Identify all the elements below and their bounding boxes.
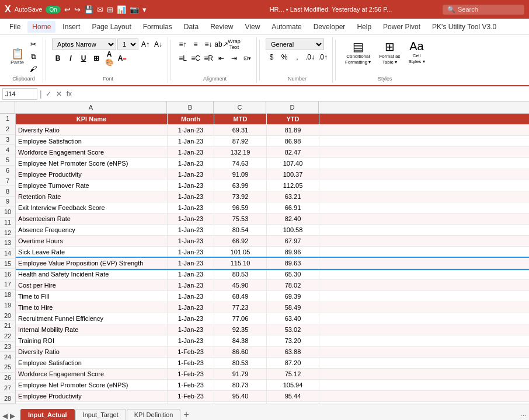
cell-17-d[interactable]: 69.39: [267, 291, 319, 302]
cell-3-d[interactable]: 86.98: [267, 136, 319, 146]
cell-22-d[interactable]: 63.88: [267, 346, 319, 357]
cell-16-b[interactable]: 1-Jan-23: [168, 280, 214, 290]
row-header-4[interactable]: 4: [0, 145, 15, 155]
table-row[interactable]: Employee Productivity1-Jan-2391.09100.37: [16, 169, 529, 180]
cell-17-b[interactable]: 1-Jan-23: [168, 291, 214, 302]
menu-formulas[interactable]: Formulas: [138, 21, 177, 33]
cell-5-a[interactable]: Employee Net Promoter Score (eNPS): [16, 158, 168, 169]
cell-14-a[interactable]: Employee Value Proposition (EVP) Strengt…: [16, 258, 168, 268]
cell-11-b[interactable]: 1-Jan-23: [168, 225, 214, 235]
cell-3-a[interactable]: Employee Satisfaction: [16, 136, 168, 146]
cell-6-d[interactable]: 100.37: [267, 169, 319, 180]
cell-25-d[interactable]: 105.94: [267, 380, 319, 390]
row-header-1[interactable]: 1: [0, 114, 15, 124]
cell-15-b[interactable]: 1-Jan-23: [168, 269, 214, 279]
cell-26-d[interactable]: 95.44: [267, 391, 319, 401]
row-header-3[interactable]: 3: [0, 135, 15, 145]
row-header-26[interactable]: 26: [0, 373, 15, 383]
save-icon[interactable]: 💾: [84, 5, 93, 14]
cell-4-d[interactable]: 82.47: [267, 147, 319, 158]
sheet-tab-input-target[interactable]: Input_Target: [75, 409, 126, 420]
row-header-16[interactable]: 16: [0, 269, 15, 279]
row-header-23[interactable]: 23: [0, 342, 15, 352]
cell-11-d[interactable]: 100.58: [267, 225, 319, 235]
undo-btn[interactable]: ↩: [64, 5, 71, 14]
cell-8-d[interactable]: 63.21: [267, 191, 319, 202]
cell-24-a[interactable]: Workforce Engagement Score: [16, 369, 168, 379]
table-row[interactable]: Time to Fill1-Jan-2368.4969.39: [16, 291, 529, 302]
table-row[interactable]: Cost per Hire1-Jan-2345.9078.02: [16, 280, 529, 291]
font-color-button[interactable]: A▬: [116, 52, 128, 64]
cell-6-b[interactable]: 1-Jan-23: [168, 169, 214, 180]
cell-2-d[interactable]: 81.89: [267, 125, 319, 135]
more-icon[interactable]: ▾: [142, 5, 147, 14]
row-header-24[interactable]: 24: [0, 352, 15, 362]
cell-10-c[interactable]: 75.53: [214, 214, 267, 224]
currency-button[interactable]: $: [266, 51, 277, 63]
cell-21-c[interactable]: 84.38: [214, 335, 267, 346]
cell-12-b[interactable]: 1-Jan-23: [168, 236, 214, 246]
cell-1-d[interactable]: YTD: [267, 114, 319, 124]
function-cancel-icon[interactable]: ✕: [55, 90, 63, 98]
table-row[interactable]: Overtime Hours1-Jan-2366.9267.97: [16, 236, 529, 247]
increase-decimal-button[interactable]: .0↑: [317, 51, 329, 63]
align-top-button[interactable]: ≡↑: [177, 38, 189, 50]
row-header-8[interactable]: 8: [0, 186, 15, 197]
cell-23-c[interactable]: 80.53: [214, 358, 267, 368]
cell-7-c[interactable]: 63.99: [214, 180, 267, 191]
cell-20-b[interactable]: 1-Jan-23: [168, 324, 214, 335]
row-header-18[interactable]: 18: [0, 290, 15, 300]
cell-20-a[interactable]: Internal Mobility Rate: [16, 324, 168, 335]
decrease-indent-button[interactable]: ⇤: [215, 52, 227, 64]
cell-18-b[interactable]: 1-Jan-23: [168, 302, 214, 313]
merge-center-button[interactable]: ⊡▾: [241, 52, 253, 64]
table-row[interactable]: Absence Frequency1-Jan-2380.54100.58: [16, 225, 529, 236]
cell-8-b[interactable]: 1-Jan-23: [168, 191, 214, 202]
menu-help[interactable]: Help: [352, 21, 376, 33]
menu-page-layout[interactable]: Page Layout: [87, 21, 135, 33]
cell-19-c[interactable]: 77.06: [214, 313, 267, 324]
comma-button[interactable]: ,: [291, 51, 303, 63]
search-input[interactable]: [458, 6, 516, 13]
search-box[interactable]: 🔍: [443, 5, 524, 15]
cell-26-c[interactable]: 95.40: [214, 391, 267, 401]
align-center-button[interactable]: ≡C: [190, 52, 201, 64]
insert-function-icon[interactable]: fx: [65, 90, 73, 98]
row-header-17[interactable]: 17: [0, 279, 15, 290]
menu-power-pivot[interactable]: Power Pivot: [378, 21, 425, 33]
cell-7-d[interactable]: 112.05: [267, 180, 319, 191]
cell-7-a[interactable]: Employee Turnover Rate: [16, 180, 168, 191]
table-row[interactable]: Employee Productivity1-Feb-2395.4095.44: [16, 391, 529, 402]
font-name-select[interactable]: Aptos Narrow: [52, 38, 116, 50]
cell-19-d[interactable]: 63.40: [267, 313, 319, 324]
cell-18-d[interactable]: 58.49: [267, 302, 319, 313]
cut-button[interactable]: ✂: [27, 38, 39, 50]
table-row[interactable]: Exit Interview Feedback Score1-Jan-2396.…: [16, 202, 529, 214]
decrease-font-button[interactable]: A↓: [152, 38, 164, 50]
percent-button[interactable]: %: [279, 51, 290, 63]
row-header-10[interactable]: 10: [0, 207, 15, 218]
cell-4-c[interactable]: 132.19: [214, 147, 267, 158]
table-row[interactable]: Employee Satisfaction1-Feb-2380.5387.20: [16, 358, 529, 369]
paste-button[interactable]: 📋 Paste: [8, 47, 26, 66]
cell-2-b[interactable]: 1-Jan-23: [168, 125, 214, 135]
cell-21-a[interactable]: Training ROI: [16, 335, 168, 346]
row-header-6[interactable]: 6: [0, 166, 15, 176]
row-header-21[interactable]: 21: [0, 321, 15, 331]
cell-15-a[interactable]: Health and Safety Incident Rate: [16, 269, 168, 279]
cell-20-d[interactable]: 53.02: [267, 324, 319, 335]
table-row[interactable]: Employee Net Promoter Score (eNPS)1-Jan-…: [16, 158, 529, 169]
cell-11-c[interactable]: 80.54: [214, 225, 267, 235]
copy-button[interactable]: ⧉: [27, 51, 39, 62]
border-button[interactable]: ⊞: [91, 52, 102, 64]
cell-19-a[interactable]: Recruitment Funnel Efficiency: [16, 313, 168, 324]
menu-review[interactable]: Review: [206, 21, 238, 33]
table-row[interactable]: Employee Turnover Rate1-Feb-23102.6799.1…: [16, 402, 529, 404]
decrease-decimal-button[interactable]: .0↓: [304, 51, 316, 63]
cell-23-a[interactable]: Employee Satisfaction: [16, 358, 168, 368]
cell-11-a[interactable]: Absence Frequency: [16, 225, 168, 235]
wrap-text-button[interactable]: Wrap Text: [228, 38, 240, 50]
bold-button[interactable]: B: [52, 52, 64, 64]
chart-icon[interactable]: 📊: [117, 5, 126, 14]
align-left-button[interactable]: ≡L: [177, 52, 189, 64]
